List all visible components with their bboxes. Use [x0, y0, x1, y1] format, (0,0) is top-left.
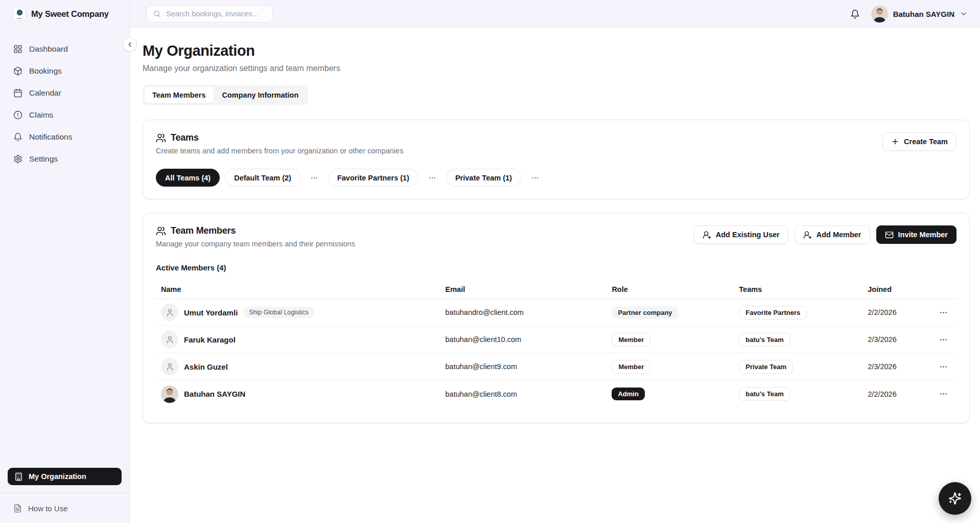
invite-member-button[interactable]: Invite Member [876, 225, 957, 244]
avatar [161, 385, 178, 403]
chevron-left-icon [126, 41, 133, 48]
sidebar-item-notifications[interactable]: Notifications [8, 127, 122, 146]
sidebar-item-label: Claims [29, 110, 53, 120]
invite-member-label: Invite Member [898, 231, 948, 239]
table-header: Name Email Role Teams Joined [156, 280, 956, 299]
role-badge: Member [612, 333, 650, 347]
member-name: Batuhan SAYGIN [184, 390, 245, 398]
search-icon [153, 10, 161, 18]
alert-circle-icon [13, 110, 22, 120]
package-icon [13, 66, 22, 76]
members-actions: Add Existing User Add Member Invite Memb… [694, 225, 956, 244]
user-menu[interactable]: Batuhan SAYGIN [871, 6, 968, 22]
tab-team-members[interactable]: Team Members [145, 87, 214, 103]
global-search[interactable] [146, 5, 273, 22]
column-name: Name [156, 285, 440, 293]
sidebar-item-bookings[interactable]: Bookings [8, 61, 122, 80]
joined-date: 2/2/2026 [862, 308, 936, 316]
sidebar-item-settings[interactable]: Settings [8, 149, 122, 168]
row-menu-button[interactable] [936, 359, 951, 374]
avatar [161, 304, 178, 321]
sidebar: ▂▂▂ My Sweet Company Dashboard Bookings [0, 0, 130, 523]
help-label: How to Use [28, 504, 68, 513]
team-badge: Private Team [739, 360, 793, 374]
row-menu-button[interactable] [936, 386, 951, 401]
team-filter-chips: All Teams (4) Default Team (2) Favorite … [156, 169, 956, 187]
chevron-down-icon [960, 10, 968, 18]
assistant-fab-button[interactable] [939, 482, 971, 515]
brand-name: My Sweet Company [31, 9, 109, 19]
gear-icon [13, 154, 22, 164]
team-badge: Favorite Partners [739, 306, 807, 320]
chip-private-team[interactable]: Private Team (1) [446, 169, 521, 187]
default-team-menu-button[interactable] [307, 172, 321, 184]
private-team-menu-button[interactable] [528, 172, 542, 184]
user-plus-icon [803, 231, 812, 239]
tab-company-information[interactable]: Company Information [215, 87, 307, 103]
table-row: Batuhan SAYGIN batuhan@client8.com Admin… [156, 380, 956, 407]
add-member-button[interactable]: Add Member [795, 225, 870, 244]
team-badge: batu's Team [739, 333, 790, 347]
avatar [161, 358, 178, 375]
member-email: batuhandro@client.com [440, 308, 607, 316]
row-menu-button[interactable] [936, 332, 951, 347]
member-name: Umut Yordamli [184, 308, 238, 317]
teams-card-title: Teams [171, 132, 199, 143]
brand-logo: ▂▂▂ My Sweet Company [8, 0, 122, 28]
building-icon [14, 472, 23, 481]
row-menu-button[interactable] [936, 305, 951, 320]
page-title: My Organization [143, 42, 970, 59]
chip-favorite-partners[interactable]: Favorite Partners (1) [328, 169, 418, 187]
favorite-partners-menu-button[interactable] [425, 172, 439, 184]
role-badge: Member [612, 360, 650, 374]
users-icon [156, 226, 166, 236]
sidebar-item-my-organization[interactable]: My Organization [8, 468, 122, 485]
add-member-label: Add Member [816, 231, 861, 239]
members-table: Name Email Role Teams Joined Umut Yordam… [156, 280, 956, 407]
sidebar-item-label: Calendar [29, 88, 61, 98]
company-logo-icon: ▂▂▂ [13, 8, 26, 21]
file-text-icon [13, 504, 22, 513]
sidebar-item-claims[interactable]: Claims [8, 105, 122, 124]
org-button-label: My Organization [29, 472, 86, 481]
sidebar-divider [0, 493, 129, 493]
member-email: batuhan@client10.com [440, 335, 607, 344]
search-input[interactable] [166, 10, 266, 18]
joined-date: 2/2/2026 [862, 390, 936, 398]
team-members-card: Team Members Manage your company team me… [143, 213, 970, 423]
sidebar-nav: Dashboard Bookings Calendar Claims [8, 39, 122, 168]
main-content: My Organization Manage your organization… [130, 28, 980, 523]
member-email: batuhan@client8.com [440, 390, 607, 398]
sidebar-item-label: Settings [29, 154, 58, 164]
sidebar-item-how-to-use[interactable]: How to Use [8, 499, 122, 517]
add-existing-user-button[interactable]: Add Existing User [694, 225, 788, 244]
team-badge: batu's Team [739, 387, 790, 401]
member-name: Askin Guzel [184, 362, 228, 371]
table-row: Umut Yordamli Ship Global Logistics batu… [156, 299, 956, 326]
chip-all-teams[interactable]: All Teams (4) [156, 169, 220, 187]
column-role: Role [606, 285, 734, 293]
user-name: Batuhan SAYGIN [893, 10, 954, 18]
column-email: Email [440, 285, 607, 293]
chip-default-team[interactable]: Default Team (2) [225, 169, 300, 187]
member-name: Faruk Karagol [184, 335, 236, 344]
table-row: Askin Guzel batuhan@client9.com Member P… [156, 353, 956, 380]
active-members-label: Active Members (4) [156, 263, 956, 272]
create-team-label: Create Team [904, 138, 948, 146]
plus-icon [891, 138, 899, 146]
member-email: batuhan@client9.com [440, 362, 607, 371]
teams-card: Teams Create teams and add members from … [143, 120, 970, 199]
mail-icon [885, 231, 894, 239]
sidebar-item-dashboard[interactable]: Dashboard [8, 39, 122, 58]
table-row: Faruk Karagol batuhan@client10.com Membe… [156, 326, 956, 353]
sidebar-item-label: Dashboard [29, 44, 68, 54]
page-tabs: Team Members Company Information [143, 85, 308, 105]
create-team-button[interactable]: Create Team [882, 132, 956, 151]
role-badge: Admin [612, 388, 644, 400]
column-joined: Joined [862, 285, 936, 293]
sidebar-collapse-button[interactable] [123, 37, 137, 52]
avatar [161, 331, 178, 348]
joined-date: 2/3/2026 [862, 362, 936, 371]
notifications-bell-button[interactable] [848, 7, 862, 21]
sidebar-item-calendar[interactable]: Calendar [8, 83, 122, 102]
